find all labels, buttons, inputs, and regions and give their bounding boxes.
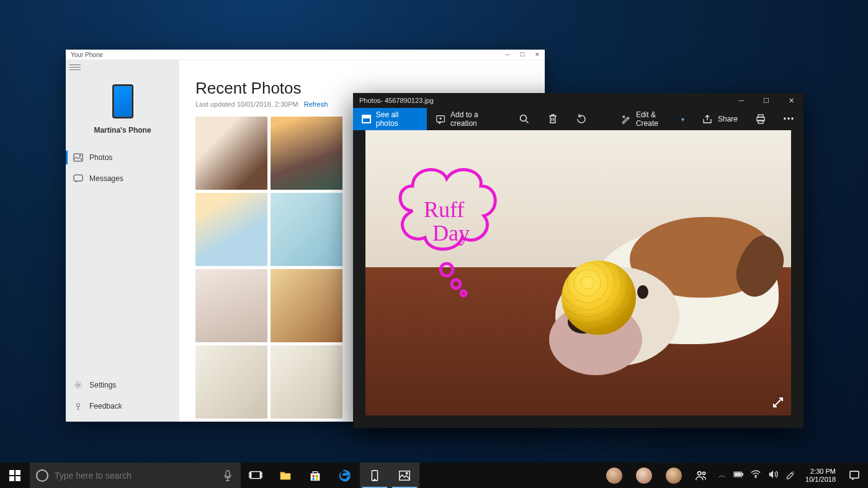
messages-icon: [73, 174, 83, 184]
gallery-icon: [362, 115, 371, 123]
sidebar-item-messages[interactable]: Messages: [66, 168, 179, 189]
svg-rect-2: [74, 175, 83, 181]
see-all-photos-button[interactable]: See all photos: [353, 108, 427, 130]
hamburger-icon[interactable]: [69, 63, 81, 72]
feedback-icon: [73, 401, 83, 411]
photos-window: Photos- 4567890123.jpg ─ ☐ ✕ See all pho…: [353, 93, 803, 428]
svg-rect-0: [74, 154, 83, 161]
print-button[interactable]: [746, 108, 775, 130]
maximize-button[interactable]: ☐: [515, 50, 530, 60]
sidebar-item-feedback[interactable]: Feedback: [66, 396, 179, 417]
sidebar-item-settings[interactable]: Settings: [66, 375, 179, 396]
taskbar-clock[interactable]: 2:30 PM 10/1/2018: [800, 468, 841, 483]
action-center-button[interactable]: [841, 463, 868, 488]
dog-photo-illustration: [555, 192, 791, 366]
add-to-creation-button[interactable]: Add to a creation: [427, 108, 510, 130]
minimize-button[interactable]: ─: [500, 50, 515, 60]
svg-point-3: [77, 384, 79, 386]
photos-title: Photos- 4567890123.jpg: [359, 97, 434, 104]
zoom-icon: [519, 113, 530, 125]
microphone-icon[interactable]: [221, 470, 235, 481]
svg-rect-17: [226, 471, 230, 477]
cortana-icon: [36, 469, 48, 482]
more-icon: •••: [784, 113, 795, 125]
edit-create-button[interactable]: Edit & Create ▾: [612, 108, 693, 130]
sidebar-item-label: Messages: [89, 174, 123, 183]
svg-point-1: [79, 155, 81, 156]
start-button[interactable]: [0, 463, 30, 488]
tray-overflow-icon[interactable]: ︿: [718, 470, 726, 481]
battery-icon[interactable]: [733, 469, 743, 481]
zoom-button[interactable]: [510, 108, 539, 130]
fullscreen-button[interactable]: [769, 393, 787, 412]
share-button[interactable]: Share: [693, 108, 746, 130]
sidebar-item-label: Settings: [89, 381, 116, 389]
close-button[interactable]: ✕: [779, 93, 803, 108]
svg-point-29: [406, 472, 408, 474]
sidebar-item-photos[interactable]: Photos: [66, 147, 179, 168]
photo-thumbnail[interactable]: [271, 193, 342, 266]
photo-thumbnail[interactable]: [195, 117, 267, 190]
svg-rect-8: [758, 115, 763, 117]
avatar-icon: [606, 468, 622, 484]
gear-icon: [73, 380, 83, 390]
taskbar-app-photos[interactable]: [390, 463, 419, 488]
svg-point-35: [755, 477, 756, 478]
add-creation-label: Add to a creation: [450, 110, 501, 128]
svg-rect-23: [316, 475, 318, 477]
add-creation-icon: [436, 113, 445, 125]
system-tray: ︿: [714, 469, 800, 481]
photos-icon: [73, 153, 83, 162]
close-button[interactable]: ✕: [530, 50, 545, 60]
people-button[interactable]: [689, 463, 714, 488]
photo-thumbnail[interactable]: [271, 269, 342, 342]
your-phone-titlebar[interactable]: Your Phone ─ ☐ ✕: [66, 50, 545, 60]
svg-rect-25: [316, 477, 318, 480]
trash-icon: [547, 113, 558, 125]
your-phone-sidebar: Martina's Phone Photos Messages: [66, 60, 179, 422]
photo-thumbnail[interactable]: [195, 345, 267, 419]
svg-rect-36: [850, 471, 859, 478]
photo-thumbnail[interactable]: [271, 345, 342, 419]
svg-rect-15: [9, 476, 14, 481]
taskbar-app-store[interactable]: [300, 463, 330, 488]
taskbar: ︿ 2:30 PM 10/1/2018: [0, 463, 868, 488]
your-phone-title: Your Phone: [71, 51, 103, 58]
phone-illustration-icon: [112, 84, 133, 118]
clock-date: 10/1/2018: [805, 476, 836, 484]
avatar-icon: [636, 468, 652, 484]
taskbar-app-taskview[interactable]: [241, 463, 271, 488]
wifi-icon[interactable]: [751, 469, 761, 481]
rotate-button[interactable]: [567, 108, 596, 130]
volume-icon[interactable]: [768, 469, 778, 481]
svg-rect-16: [16, 476, 20, 481]
minimize-button[interactable]: ─: [729, 93, 754, 108]
more-button[interactable]: •••: [775, 108, 803, 130]
ink-workspace-icon[interactable]: [785, 469, 795, 481]
delete-button[interactable]: [539, 108, 567, 130]
taskbar-contact[interactable]: [629, 463, 659, 488]
photo-thumbnail[interactable]: [195, 269, 267, 342]
photo-canvas[interactable]: Ruff Day: [365, 130, 791, 415]
sidebar-item-label: Feedback: [89, 402, 122, 410]
svg-rect-34: [735, 473, 741, 476]
photos-toolbar: See all photos Add to a creation: [353, 108, 803, 130]
photo-thumbnail[interactable]: [271, 117, 342, 190]
taskbar-contact[interactable]: [599, 463, 629, 488]
svg-rect-22: [312, 475, 315, 477]
taskbar-contact[interactable]: [659, 463, 689, 488]
search-input[interactable]: [55, 471, 215, 481]
maximize-button[interactable]: ☐: [754, 93, 779, 108]
photos-titlebar[interactable]: Photos- 4567890123.jpg ─ ☐ ✕: [353, 93, 803, 108]
taskbar-app-explorer[interactable]: [271, 463, 300, 488]
taskbar-search[interactable]: [30, 463, 241, 488]
see-all-label: See all photos: [376, 110, 418, 128]
taskbar-app-edge[interactable]: [330, 463, 360, 488]
refresh-link[interactable]: Refresh: [304, 100, 328, 108]
last-updated-text: Last updated 10/01/2018, 2:30PM: [195, 100, 298, 108]
edit-create-label: Edit & Create: [636, 110, 675, 128]
taskbar-app-yourphone[interactable]: [360, 463, 390, 488]
edit-icon: [621, 113, 631, 125]
photo-thumbnail[interactable]: [195, 193, 267, 266]
print-icon: [755, 113, 766, 125]
